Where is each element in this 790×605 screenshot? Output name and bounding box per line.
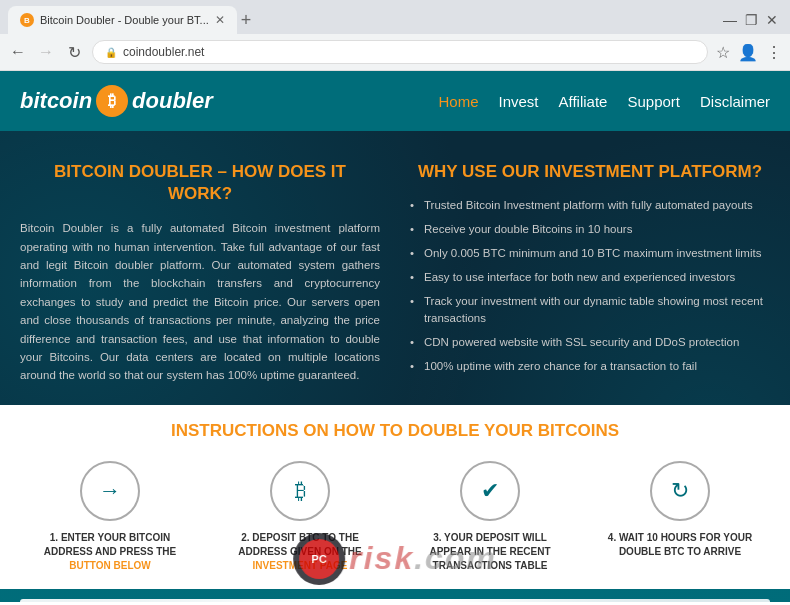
instructions-section: INSTRUCTIONS ON HOW TO DOUBLE YOUR BITCO… (0, 405, 790, 589)
back-button[interactable]: ← (8, 43, 28, 61)
maximize-button[interactable]: ❐ (745, 12, 758, 28)
step-4-text: 4. WAIT 10 HOURS FOR YOURDOUBLE BTC TO A… (608, 531, 752, 559)
active-tab[interactable]: B Bitcoin Doubler - Double your BT... ✕ (8, 6, 237, 34)
window-controls: — ❐ ✕ (723, 12, 782, 28)
lock-icon: 🔒 (105, 47, 117, 58)
nav-support[interactable]: Support (627, 93, 680, 110)
menu-icon[interactable]: ⋮ (766, 43, 782, 62)
bitcoin-address-input[interactable] (20, 599, 770, 602)
bullet-4: Easy to use interface for both new and e… (410, 269, 770, 285)
main-content-wrapper: BITCOIN DOUBLER – HOW DOES IT WORK? Bitc… (0, 131, 790, 602)
address-bar-row: ← → ↻ 🔒 coindoubler.net ☆ 👤 ⋮ (0, 34, 790, 70)
navbar: bitcoin ₿ doubler Home Invest Affiliate … (0, 71, 790, 131)
nav-affiliate[interactable]: Affiliate (559, 93, 608, 110)
forward-button[interactable]: → (36, 43, 56, 61)
step-4-icon: ↻ (650, 461, 710, 521)
bullet-6: CDN powered website with SSL security an… (410, 334, 770, 350)
bullet-list: Trusted Bitcoin Investment platform with… (410, 197, 770, 374)
minimize-button[interactable]: — (723, 12, 737, 28)
browser-chrome: B Bitcoin Doubler - Double your BT... ✕ … (0, 0, 790, 71)
close-window-button[interactable]: ✕ (766, 12, 778, 28)
left-section: BITCOIN DOUBLER – HOW DOES IT WORK? Bitc… (20, 161, 380, 385)
nav-invest[interactable]: Invest (498, 93, 538, 110)
logo-icon: ₿ (96, 85, 128, 117)
instructions-title: INSTRUCTIONS ON HOW TO DOUBLE YOUR BITCO… (20, 421, 770, 441)
tab-close-button[interactable]: ✕ (215, 13, 225, 27)
step-3-icon: ✔ (460, 461, 520, 521)
account-icon[interactable]: 👤 (738, 43, 758, 62)
bullet-2: Receive your double Bitcoins in 10 hours (410, 221, 770, 237)
step-2: ₿ 2. DEPOSIT BTC TO THEADDRESS GIVEN ON … (210, 461, 390, 573)
left-section-title: BITCOIN DOUBLER – HOW DOES IT WORK? (20, 161, 380, 205)
bullet-5: Track your investment with our dynamic t… (410, 293, 770, 325)
tab-bar: B Bitcoin Doubler - Double your BT... ✕ … (0, 0, 790, 34)
step-2-text: 2. DEPOSIT BTC TO THEADDRESS GIVEN ON TH… (238, 531, 361, 573)
bullet-3: Only 0.005 BTC minimum and 10 BTC maximu… (410, 245, 770, 261)
step-2-icon: ₿ (270, 461, 330, 521)
logo-bitcoin-text: bitcoin (20, 88, 92, 114)
logo-doubler-text: doubler (132, 88, 213, 114)
step-1: → 1. ENTER YOUR BITCOINADDRESS AND PRESS… (20, 461, 200, 573)
tab-favicon: B (20, 13, 34, 27)
right-section-title: WHY USE OUR INVESTMENT PLATFORM? (410, 161, 770, 183)
left-section-body: Bitcoin Doubler is a fully automated Bit… (20, 219, 380, 385)
steps-row: → 1. ENTER YOUR BITCOINADDRESS AND PRESS… (20, 461, 770, 573)
address-bar[interactable]: 🔒 coindoubler.net (92, 40, 708, 64)
bullet-1: Trusted Bitcoin Investment platform with… (410, 197, 770, 213)
right-section: WHY USE OUR INVESTMENT PLATFORM? Trusted… (410, 161, 770, 385)
nav-home[interactable]: Home (438, 93, 478, 110)
step-3-text: 3. YOUR DEPOSIT WILLAPPEAR IN THE RECENT… (429, 531, 550, 573)
step-1-text: 1. ENTER YOUR BITCOINADDRESS AND PRESS T… (44, 531, 176, 573)
logo: bitcoin ₿ doubler (20, 85, 438, 117)
step-4: ↻ 4. WAIT 10 HOURS FOR YOURDOUBLE BTC TO… (590, 461, 770, 573)
step-1-icon: → (80, 461, 140, 521)
new-tab-button[interactable]: + (241, 10, 252, 31)
step-3: ✔ 3. YOUR DEPOSIT WILLAPPEAR IN THE RECE… (400, 461, 580, 573)
url-text: coindoubler.net (123, 45, 695, 59)
nav-disclaimer[interactable]: Disclaimer (700, 93, 770, 110)
nav-links: Home Invest Affiliate Support Disclaimer (438, 93, 770, 110)
content-inner: BITCOIN DOUBLER – HOW DOES IT WORK? Bitc… (0, 131, 790, 405)
website-content: bitcoin ₿ doubler Home Invest Affiliate … (0, 71, 790, 602)
bullet-7: 100% uptime with zero chance for a trans… (410, 358, 770, 374)
tab-title: Bitcoin Doubler - Double your BT... (40, 14, 209, 26)
reload-button[interactable]: ↻ (64, 43, 84, 62)
bookmark-icon[interactable]: ☆ (716, 43, 730, 62)
bottom-bar (0, 589, 790, 602)
